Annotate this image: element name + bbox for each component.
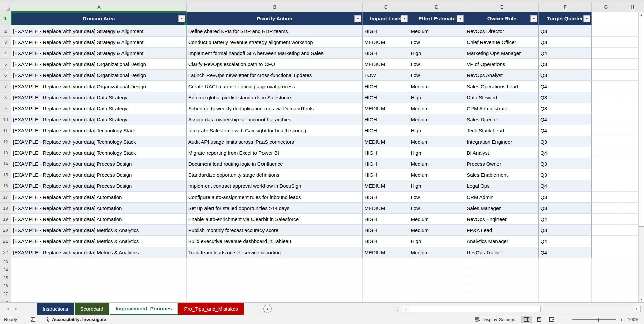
- scroll-left-icon[interactable]: ◄: [402, 306, 409, 312]
- cell-A15[interactable]: [EXAMPLE - Replace with your data] Proce…: [11, 169, 187, 180]
- cell-F4[interactable]: Q4: [539, 48, 592, 59]
- cell-D10[interactable]: Medium: [409, 114, 465, 125]
- row-header-17[interactable]: 17: [0, 192, 11, 203]
- sheet-tab-instructions[interactable]: Instructions: [37, 303, 74, 315]
- cell-F13[interactable]: Q4: [539, 147, 592, 158]
- macro-record-icon[interactable]: [31, 317, 35, 322]
- row-header-13[interactable]: 13: [0, 147, 11, 158]
- cell-A11[interactable]: [EXAMPLE - Replace with your data] Techn…: [11, 125, 187, 136]
- cell-C11[interactable]: HIGH: [363, 125, 409, 136]
- column-header-G[interactable]: G: [592, 2, 621, 12]
- cell-D21[interactable]: High: [409, 236, 465, 247]
- sheet-tab-pro_tips_and_mistakes[interactable]: Pro_Tips_and_Mistakes: [178, 303, 243, 315]
- cell-E22[interactable]: RevOps Trainer: [465, 247, 539, 258]
- filter-button[interactable]: ▼: [178, 15, 185, 22]
- cell-D2[interactable]: Medium: [409, 25, 465, 37]
- normal-view-button[interactable]: [521, 316, 532, 323]
- row-header-25[interactable]: 25: [0, 274, 11, 282]
- cell-C16[interactable]: MEDIUM: [363, 180, 409, 192]
- tab-next-icon[interactable]: ►: [15, 307, 18, 311]
- cell-E18[interactable]: Sales Manager: [465, 203, 539, 214]
- cell-F26[interactable]: [539, 282, 592, 290]
- cell-C20[interactable]: HIGH: [363, 225, 409, 236]
- cell-C23[interactable]: [363, 258, 409, 266]
- cell-A18[interactable]: [EXAMPLE - Replace with your data] Autom…: [11, 203, 187, 214]
- cell-A24[interactable]: [11, 266, 187, 274]
- cell-A8[interactable]: [EXAMPLE - Replace with your data] Data …: [11, 92, 187, 103]
- cell-D25[interactable]: [409, 274, 465, 282]
- cell-B15[interactable]: Standardize opportunity stage definition…: [187, 169, 363, 180]
- cell-B26[interactable]: [187, 282, 363, 290]
- cell-C2[interactable]: HIGH: [363, 25, 409, 37]
- cell-C12[interactable]: MEDIUM: [363, 136, 409, 147]
- horizontal-scrollbar[interactable]: ◄ ►: [402, 306, 641, 312]
- cell-B4[interactable]: Implement formal handoff SLA between Mar…: [187, 48, 363, 59]
- cell-G6[interactable]: [592, 70, 621, 81]
- cell-E20[interactable]: FP&A Lead: [465, 225, 539, 236]
- cell-F3[interactable]: Q3: [539, 37, 592, 48]
- cell-E1[interactable]: Owner Role▼: [465, 12, 539, 25]
- fill-handle[interactable]: [184, 23, 187, 25]
- row-header-26[interactable]: 26: [0, 282, 11, 290]
- zoom-level[interactable]: 100%: [627, 317, 639, 322]
- cell-F11[interactable]: Q4: [539, 125, 592, 136]
- cell-G20[interactable]: [592, 225, 621, 236]
- row-header-28[interactable]: 28: [0, 298, 11, 302]
- cell-G5[interactable]: [592, 59, 621, 70]
- add-sheet-button[interactable]: +: [263, 305, 272, 313]
- cell-D13[interactable]: High: [409, 147, 465, 158]
- cell-B17[interactable]: Configure auto-assignment rules for inbo…: [187, 192, 363, 203]
- scroll-right-icon[interactable]: ►: [634, 306, 640, 312]
- tab-prev-icon[interactable]: ◄: [6, 307, 9, 311]
- cell-F27[interactable]: [539, 290, 592, 298]
- cell-E4[interactable]: Marketing Ops Manager: [465, 48, 539, 59]
- cell-A13[interactable]: [EXAMPLE - Replace with your data] Techn…: [11, 147, 187, 158]
- cell-F6[interactable]: Q3: [539, 70, 592, 81]
- cell-B1[interactable]: Priority Action▼: [187, 12, 363, 25]
- cell-D17[interactable]: Low: [409, 192, 465, 203]
- cell-D8[interactable]: High: [409, 92, 465, 103]
- column-header-A[interactable]: A: [11, 2, 187, 12]
- cell-C24[interactable]: [363, 266, 409, 274]
- cell-B23[interactable]: [187, 258, 363, 266]
- cell-D7[interactable]: Medium: [409, 81, 465, 92]
- cell-A21[interactable]: [EXAMPLE - Replace with your data] Metri…: [11, 236, 187, 247]
- cell-C25[interactable]: [363, 274, 409, 282]
- cell-F24[interactable]: [539, 266, 592, 274]
- cell-B14[interactable]: Document lead routing logic in Confluenc…: [187, 158, 363, 169]
- cell-G18[interactable]: [592, 203, 621, 214]
- cell-E21[interactable]: Analytics Manager: [465, 236, 539, 247]
- cell-G12[interactable]: [592, 136, 621, 147]
- cell-G17[interactable]: [592, 192, 621, 203]
- cell-B3[interactable]: Conduct quarterly revenue strategy align…: [187, 37, 363, 48]
- cell-E8[interactable]: Data Steward: [465, 92, 539, 103]
- cell-C18[interactable]: MEDIUM: [363, 203, 409, 214]
- cell-G10[interactable]: [592, 114, 621, 125]
- cell-D14[interactable]: Medium: [409, 158, 465, 169]
- row-header-4[interactable]: 4: [0, 48, 11, 59]
- cell-E23[interactable]: [465, 258, 539, 266]
- horizontal-scroll-track[interactable]: [541, 306, 634, 312]
- cell-D28[interactable]: [409, 298, 465, 302]
- cell-C22[interactable]: MEDIUM: [363, 247, 409, 258]
- row-header-3[interactable]: 3: [0, 37, 11, 48]
- row-header-23[interactable]: 23: [0, 258, 11, 266]
- cell-D15[interactable]: Medium: [409, 169, 465, 180]
- cell-A27[interactable]: [11, 290, 187, 298]
- cell-G27[interactable]: [592, 290, 621, 298]
- row-header-18[interactable]: 18: [0, 203, 11, 214]
- scroll-down-icon[interactable]: ▼: [639, 296, 644, 302]
- cell-D27[interactable]: [409, 290, 465, 298]
- cell-G21[interactable]: [592, 236, 621, 247]
- cell-F12[interactable]: Q3: [539, 136, 592, 147]
- row-header-27[interactable]: 27: [0, 290, 11, 298]
- cell-B8[interactable]: Enforce global picklist standards in Sal…: [187, 92, 363, 103]
- cell-D1[interactable]: Effort Estimate▼: [409, 12, 465, 25]
- select-all-corner[interactable]: [0, 2, 11, 12]
- accessibility-status[interactable]: Accessibility: Investigate: [45, 317, 106, 322]
- cell-F15[interactable]: Q3: [539, 169, 592, 180]
- cell-C4[interactable]: HIGH: [363, 48, 409, 59]
- cell-D20[interactable]: Medium: [409, 225, 465, 236]
- cell-A19[interactable]: [EXAMPLE - Replace with your data] Autom…: [11, 214, 187, 225]
- row-header-1[interactable]: 1: [0, 12, 11, 25]
